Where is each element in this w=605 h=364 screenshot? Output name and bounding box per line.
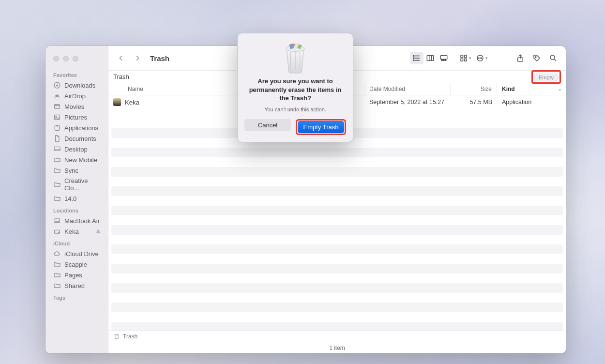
sidebar-item-label: iCloud Drive — [64, 250, 99, 258]
tags-button[interactable] — [530, 52, 544, 64]
minimize-window-button[interactable] — [63, 56, 69, 61]
sidebar-item-label: Scapple — [64, 261, 87, 268]
documents-icon — [53, 135, 61, 142]
svg-point-11 — [413, 58, 414, 59]
list-icon — [412, 54, 421, 62]
svg-rect-15 — [441, 60, 442, 61]
action-menu-button[interactable]: ▾ — [475, 52, 488, 64]
sidebar-item-label: Shared — [64, 282, 85, 289]
svg-rect-7 — [55, 219, 59, 222]
svg-point-33 — [292, 44, 295, 46]
search-button[interactable] — [546, 52, 560, 64]
sidebar-item-shared[interactable]: Shared — [45, 280, 108, 291]
sidebar-item-14-0[interactable]: 14.0 — [45, 193, 108, 204]
sidebar-item-pictures[interactable]: Pictures — [45, 112, 108, 122]
share-icon — [516, 54, 525, 62]
download-icon — [53, 81, 61, 89]
sidebar-item-scapple[interactable]: Scapple — [45, 259, 108, 270]
group-by-button[interactable]: ▾ — [458, 52, 472, 64]
sidebar-item-airdrop[interactable]: AirDrop — [45, 91, 108, 101]
folder-icon — [53, 271, 61, 279]
sidebar-item-label: Desktop — [64, 146, 88, 153]
sidebar-item-new-mobile[interactable]: New Mobile — [45, 154, 108, 165]
sidebar-item-sync[interactable]: Sync — [45, 165, 108, 176]
column-view-button[interactable] — [424, 52, 437, 64]
gallery-icon — [439, 54, 448, 62]
folder-icon — [53, 260, 61, 268]
svg-point-28 — [550, 55, 555, 60]
svg-point-9 — [59, 232, 59, 232]
sidebar-item-downloads[interactable]: Downloads — [45, 80, 108, 91]
sidebar-section-locations: Locations — [45, 204, 108, 215]
sidebar-item-label: 14.0 — [64, 195, 76, 202]
path-label[interactable]: Trash — [123, 333, 137, 340]
sidebar-section-tags: Tags — [45, 291, 108, 303]
sidebar-item-creative-cloud[interactable]: Creative Clo… — [45, 176, 108, 193]
window-controls — [45, 50, 108, 68]
sidebar-item-movies[interactable]: Movies — [45, 101, 108, 112]
sidebar-section-icloud: iCloud — [45, 237, 108, 248]
svg-rect-6 — [54, 147, 60, 151]
file-name: Keka — [125, 99, 139, 106]
folder-icon — [53, 181, 61, 188]
svg-rect-21 — [464, 59, 467, 61]
laptop-icon — [53, 217, 61, 225]
location-label: Trash — [113, 73, 129, 80]
sidebar-item-label: Creative Clo… — [64, 177, 104, 192]
sidebar-item-label: Keka — [64, 228, 79, 235]
sidebar-item-label: MacBook Air — [64, 217, 100, 225]
sidebar-item-label: Documents — [64, 135, 96, 142]
svg-rect-3 — [55, 115, 60, 119]
status-bar: 1 item — [108, 342, 566, 353]
tag-icon — [532, 54, 541, 62]
sidebar-item-label: Pages — [64, 272, 82, 279]
zoom-window-button[interactable] — [73, 56, 78, 61]
airdrop-icon — [53, 92, 61, 100]
column-kind[interactable]: Kind⌄ — [497, 83, 566, 95]
empty-trash-pill[interactable]: Empty — [534, 74, 559, 81]
chevron-down-icon: ▾ — [469, 56, 471, 61]
desktop-icon — [53, 145, 61, 153]
sidebar-item-documents[interactable]: Documents — [45, 133, 108, 144]
sidebar-item-icloud-drive[interactable]: iCloud Drive — [45, 248, 108, 259]
sidebar: Favorites Downloads AirDrop Movies Pictu… — [45, 46, 108, 353]
empty-trash-dialog: Are you sure you want to permanently era… — [237, 33, 353, 142]
file-kind: Application — [497, 99, 566, 106]
sidebar-item-label: Applications — [64, 124, 98, 132]
sidebar-item-label: Movies — [64, 103, 84, 110]
cancel-button[interactable]: Cancel — [244, 119, 291, 131]
gallery-view-button[interactable] — [437, 52, 451, 64]
close-window-button[interactable] — [53, 56, 59, 61]
file-date: September 5, 2022 at 15:27 — [364, 99, 451, 106]
share-button[interactable] — [514, 52, 527, 64]
disk-icon — [53, 228, 61, 235]
sidebar-item-keka-disk[interactable]: Keka — [45, 226, 108, 237]
forward-button[interactable] — [131, 52, 144, 64]
back-button[interactable] — [114, 52, 128, 64]
eject-icon[interactable] — [94, 228, 102, 234]
grid-icon — [459, 54, 468, 62]
list-view-button[interactable] — [410, 52, 424, 64]
sidebar-item-pages[interactable]: Pages — [45, 270, 108, 280]
svg-rect-18 — [461, 55, 463, 58]
dialog-subtext: You can't undo this action. — [244, 106, 346, 112]
chevron-down-icon: ▾ — [485, 56, 488, 61]
svg-rect-20 — [461, 59, 463, 61]
dialog-heading: Are you sure you want to permanently era… — [244, 77, 346, 103]
app-icon — [113, 98, 121, 106]
file-size: 57.5 MB — [451, 99, 497, 106]
sidebar-item-applications[interactable]: Applications — [45, 122, 108, 133]
columns-icon — [426, 54, 435, 62]
sidebar-item-macbook-air[interactable]: MacBook Air — [45, 215, 108, 226]
column-size[interactable]: Size — [451, 83, 497, 95]
svg-rect-17 — [445, 60, 446, 61]
cloud-icon — [53, 250, 61, 258]
empty-trash-button[interactable]: Empty Trash — [298, 121, 344, 133]
svg-point-25 — [481, 58, 482, 59]
column-date-modified[interactable]: Date Modified — [364, 83, 451, 95]
column-label: Kind — [502, 86, 515, 92]
search-icon — [549, 54, 558, 62]
window-title: Trash — [150, 54, 169, 62]
svg-point-24 — [480, 58, 481, 59]
sidebar-item-desktop[interactable]: Desktop — [45, 144, 108, 154]
